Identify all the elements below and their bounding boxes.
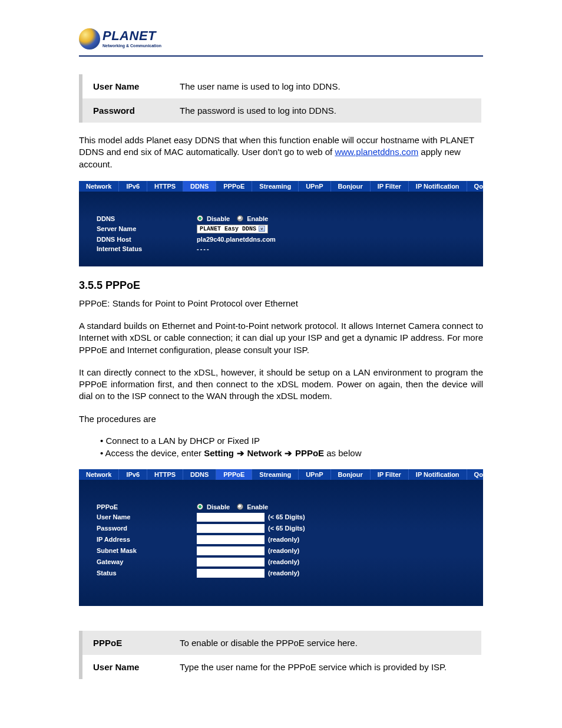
def-desc: To enable or disable the PPPoE service h… <box>169 631 481 655</box>
radio-enable-label: Enable <box>247 503 268 510</box>
list-item: Connect to a LAN by DHCP or Fixed IP <box>100 436 483 446</box>
globe-icon <box>79 28 100 50</box>
def-desc: The password is used to log into DDNS. <box>169 98 481 123</box>
definition-table-pppoe: PPPoE To enable or disable the PPPoE ser… <box>79 631 483 679</box>
label-subnet-mask: Subnet Mask <box>97 547 197 554</box>
tab-bonjour[interactable]: Bonjour <box>331 181 371 192</box>
hint-readonly: (readonly) <box>268 547 299 554</box>
brand-logo: PLANET Networking & Communication <box>79 28 483 50</box>
label-server-name: Server Name <box>97 225 197 232</box>
tab-ddns[interactable]: DDNS <box>183 181 216 192</box>
tab-pppoe[interactable]: PPPoE <box>216 469 252 480</box>
row-status: Status (readonly) <box>97 569 465 578</box>
pppoe-def: PPPoE: Stands for Point to Point Protoco… <box>79 298 483 309</box>
hint-readonly: (readonly) <box>268 536 299 543</box>
radio-enable-label: Enable <box>247 215 268 222</box>
value-internet-status: ---- <box>197 245 210 252</box>
procedures-label: The procedures are <box>79 413 483 425</box>
table-row: PPPoE To enable or disable the PPPoE ser… <box>81 631 481 655</box>
ddns-config-screenshot: Network IPv6 HTTPS DDNS PPPoE Streaming … <box>79 181 483 266</box>
label-internet-status: Internet Status <box>97 245 197 252</box>
radio-disable-label: Disable <box>207 215 230 222</box>
arrow-right-icon: ➔ <box>236 448 244 459</box>
tab-ip-filter[interactable]: IP Filter <box>371 469 409 480</box>
radio-disable[interactable] <box>197 503 203 510</box>
list-item: Access the device, enter Setting ➔ Netwo… <box>100 448 483 459</box>
tab-network[interactable]: Network <box>79 181 119 192</box>
def-desc: Type the user name for the PPPoE service… <box>169 655 481 679</box>
def-label: User Name <box>81 74 169 98</box>
def-desc: The user name is used to log into DDNS. <box>169 74 481 98</box>
procedure-list: Connect to a LAN by DHCP or Fixed IP Acc… <box>100 436 483 459</box>
tab-bonjour[interactable]: Bonjour <box>331 469 371 480</box>
tab-ip-notification[interactable]: IP Notification <box>409 181 467 192</box>
pppoe-paragraph-2: It can directly connect to the xDSL, how… <box>79 367 483 403</box>
tab-row: Network IPv6 HTTPS DDNS PPPoE Streaming … <box>79 469 483 480</box>
tab-ipv6[interactable]: IPv6 <box>119 181 147 192</box>
row-subnet-mask: Subnet Mask (readonly) <box>97 546 465 555</box>
hint-readonly: (readonly) <box>268 569 299 577</box>
chevron-down-icon: v <box>259 226 265 232</box>
radio-enable[interactable] <box>237 503 243 510</box>
input-subnet-mask <box>197 546 265 555</box>
def-label: Password <box>81 98 169 123</box>
label-ddns: DDNS <box>97 215 197 222</box>
brand-name: PLANET <box>103 30 161 42</box>
definition-table-ddns: User Name The user name is used to log i… <box>79 74 483 123</box>
label-status: Status <box>97 569 197 577</box>
brand-text: PLANET Networking & Communication <box>103 30 161 48</box>
pppoe-paragraph-1: A standard builds on Ethernet and Point-… <box>79 320 483 356</box>
radio-disable[interactable] <box>197 215 203 222</box>
tab-ip-notification[interactable]: IP Notification <box>409 469 467 480</box>
pppoe-panel-body: PPPoE Disable Enable User Name (< 65 Dig… <box>79 480 483 606</box>
def-label: PPPoE <box>81 631 169 655</box>
arrow-right-icon: ➔ <box>285 448 293 459</box>
tab-streaming[interactable]: Streaming <box>252 469 299 480</box>
select-server-name[interactable]: PLANET Easy DDNS v <box>197 225 268 233</box>
value-ddns-host: pla29c40.planetddns.com <box>197 236 276 243</box>
tab-streaming[interactable]: Streaming <box>252 181 299 192</box>
page-header: PLANET Networking & Communication <box>79 28 483 57</box>
tab-upnp[interactable]: UPnP <box>299 181 330 192</box>
intro-paragraph: This model adds Planet easy DDNS that wh… <box>79 134 483 170</box>
section-title: 3.5.5 PPPoE <box>79 279 483 292</box>
ddns-panel-body: DDNS Disable Enable Server Name PLANET E… <box>79 192 483 266</box>
radio-enable[interactable] <box>237 215 243 222</box>
table-row: Password The password is used to log int… <box>81 98 481 123</box>
label-pppoe: PPPoE <box>97 503 197 510</box>
table-row: User Name The user name is used to log i… <box>81 74 481 98</box>
planetddns-link[interactable]: www.planetddns.com <box>335 147 418 157</box>
tab-ip-filter[interactable]: IP Filter <box>371 181 409 192</box>
input-ip-address <box>197 535 265 544</box>
label-password: Password <box>97 525 197 532</box>
row-password: Password (< 65 Digits) <box>97 524 465 533</box>
pppoe-config-screenshot: Network IPv6 HTTPS DDNS PPPoE Streaming … <box>79 469 483 606</box>
label-ip-address: IP Address <box>97 536 197 543</box>
input-user-name[interactable] <box>197 513 265 522</box>
label-user-name: User Name <box>97 513 197 521</box>
row-gateway: Gateway (readonly) <box>97 558 465 566</box>
tab-ddns[interactable]: DDNS <box>183 469 216 480</box>
label-gateway: Gateway <box>97 558 197 565</box>
tab-pppoe[interactable]: PPPoE <box>216 181 252 192</box>
input-password[interactable] <box>197 524 265 533</box>
row-user-name: User Name (< 65 Digits) <box>97 513 465 522</box>
input-gateway <box>197 558 265 566</box>
tab-row: Network IPv6 HTTPS DDNS PPPoE Streaming … <box>79 181 483 192</box>
brand-tagline: Networking & Communication <box>103 44 161 48</box>
tab-qos[interactable]: QoS <box>467 181 495 192</box>
table-row: User Name Type the user name for the PPP… <box>81 655 481 679</box>
tab-upnp[interactable]: UPnP <box>299 469 330 480</box>
row-ddns-host: DDNS Host pla29c40.planetddns.com <box>97 236 465 243</box>
tab-network[interactable]: Network <box>79 469 119 480</box>
tab-ipv6[interactable]: IPv6 <box>119 469 147 480</box>
row-server-name: Server Name PLANET Easy DDNS v <box>97 225 465 233</box>
tab-https[interactable]: HTTPS <box>147 469 183 480</box>
label-ddns-host: DDNS Host <box>97 236 197 243</box>
header-rule <box>79 55 483 57</box>
tab-https[interactable]: HTTPS <box>147 181 183 192</box>
radio-disable-label: Disable <box>207 503 230 510</box>
hint-digits: (< 65 Digits) <box>268 525 305 532</box>
row-ip-address: IP Address (readonly) <box>97 535 465 544</box>
tab-qos[interactable]: QoS <box>467 469 495 480</box>
